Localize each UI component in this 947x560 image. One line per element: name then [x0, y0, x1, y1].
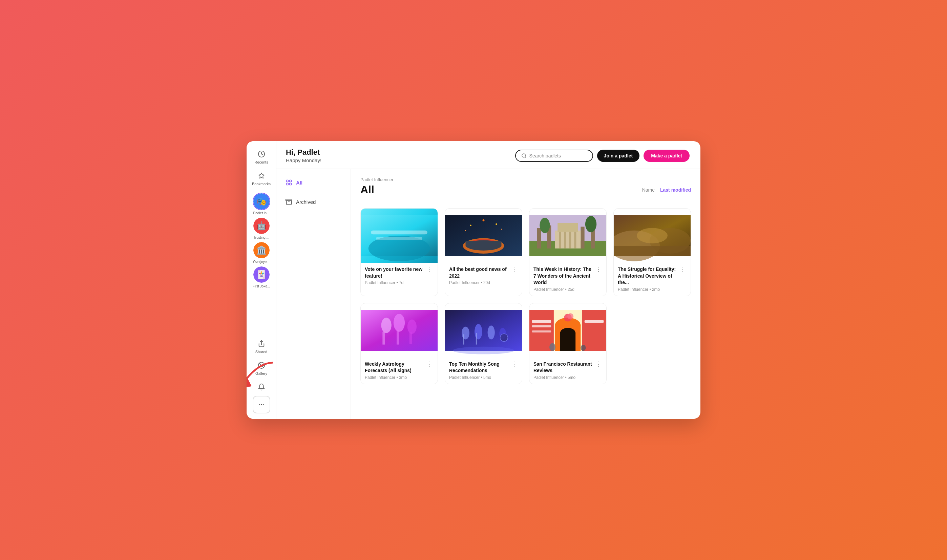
card-thumbnail-3: [530, 209, 606, 263]
card-thumbnail-5: [361, 303, 437, 357]
sidebar-item-notifications[interactable]: [249, 380, 274, 394]
svg-rect-57: [410, 332, 412, 344]
greeting-sub: Happy Monday!: [286, 157, 322, 163]
more-dots-icon: [259, 402, 265, 408]
card-title-2: All the best good news of 2022: [449, 266, 510, 279]
card-menu-btn-6[interactable]: ⋮: [510, 360, 518, 368]
app-container: Recents Bookmarks 🎭 Padlet In...: [246, 141, 701, 419]
svg-rect-56: [397, 331, 399, 345]
more-button[interactable]: [253, 396, 270, 414]
padlet-card-4[interactable]: The Struggle for Equality: A Historical …: [613, 208, 691, 296]
header: Hi, Padlet Happy Monday! Join a padlet M…: [276, 141, 701, 169]
svg-point-8: [262, 404, 263, 405]
sidebar-item-recents[interactable]: Recents: [249, 146, 274, 167]
sidebar-item-shared[interactable]: Shared: [249, 336, 274, 357]
padlet-card-6[interactable]: Top Ten Monthly Song Recomendations ⋮ Pa…: [445, 303, 522, 384]
workspace-padlet-influencer[interactable]: 🎭 Padlet In...: [253, 193, 270, 215]
card-menu-btn-7[interactable]: ⋮: [595, 360, 602, 368]
svg-rect-20: [376, 237, 422, 240]
join-padlet-button[interactable]: Join a padlet: [597, 150, 640, 162]
svg-point-82: [581, 345, 586, 351]
padlet-card-1[interactable]: Vote on your favorite new feature! ⋮ Pad…: [360, 208, 438, 296]
card-thumbnail-7: [530, 303, 606, 357]
all-icon: [285, 179, 293, 186]
left-nav: All Archived: [276, 169, 351, 419]
padlet-card-3[interactable]: This Week in History: The 7 Wonders of t…: [529, 208, 607, 296]
card-menu-btn-3[interactable]: ⋮: [595, 265, 602, 273]
svg-rect-13: [286, 183, 289, 185]
svg-rect-14: [289, 183, 292, 185]
card-title-6: Top Ten Monthly Song Recomendations: [449, 361, 510, 374]
card-body-7: San Francisco Restaurant Reviews ⋮ Padle…: [530, 357, 606, 384]
svg-point-49: [637, 228, 668, 243]
search-input[interactable]: [530, 153, 587, 158]
nav-archived-label: Archived: [296, 199, 316, 205]
svg-rect-58: [445, 310, 522, 351]
svg-marker-1: [259, 173, 264, 178]
padlet-card-5[interactable]: Weekly Astrology Forecasts (All signs) ⋮…: [360, 303, 438, 384]
svg-point-28: [501, 229, 502, 230]
svg-rect-43: [574, 232, 576, 249]
svg-line-4: [259, 363, 263, 368]
svg-point-27: [465, 230, 466, 231]
card-menu-btn-1[interactable]: ⋮: [426, 265, 434, 273]
card-menu-btn-5[interactable]: ⋮: [426, 360, 434, 368]
sidebar-shared-label: Shared: [256, 350, 267, 354]
svg-rect-38: [555, 231, 581, 249]
avatar-padlet-influencer: 🎭: [253, 193, 270, 210]
card-meta-3: Padlet Influencer • 25d: [533, 287, 602, 292]
sidebar-item-bookmarks[interactable]: Bookmarks: [249, 168, 274, 189]
nav-item-all[interactable]: All: [280, 176, 346, 189]
sidebar-item-gallery[interactable]: Gallery: [249, 358, 274, 378]
svg-point-54: [408, 319, 417, 334]
svg-point-44: [539, 218, 550, 233]
svg-point-80: [567, 313, 573, 319]
card-menu-btn-2[interactable]: ⋮: [510, 265, 518, 273]
page-title: All: [360, 183, 374, 196]
card-meta-2: Padlet Influencer • 20d: [449, 280, 518, 285]
avatar-first-joke: 🃏: [253, 266, 270, 283]
svg-rect-41: [564, 232, 566, 249]
workspace-padlet-influencer-label: Padlet In...: [253, 211, 269, 215]
make-padlet-button[interactable]: Make a padlet: [644, 150, 690, 162]
padlet-card-2[interactable]: All the best good news of 2022 ⋮ Padlet …: [445, 208, 522, 296]
card-thumbnail-2: [445, 209, 522, 263]
avatar-trusting: 🤖: [253, 217, 270, 235]
card-title-5: Weekly Astrology Forecasts (All signs): [365, 361, 426, 374]
bookmarks-icon: [257, 171, 266, 180]
card-title-3: This Week in History: The 7 Wonders of t…: [533, 266, 595, 286]
workspace-overjoyed[interactable]: 🏛️ Overjoye...: [253, 242, 270, 264]
svg-point-53: [394, 314, 405, 332]
svg-point-66: [453, 346, 514, 354]
svg-point-24: [470, 225, 471, 226]
card-menu-btn-4[interactable]: ⋮: [679, 265, 687, 273]
card-meta-1: Padlet Influencer • 7d: [365, 280, 434, 285]
svg-point-26: [496, 223, 497, 225]
sort-name[interactable]: Name: [642, 187, 655, 193]
svg-rect-50: [614, 246, 691, 256]
sort-last-modified[interactable]: Last modified: [660, 187, 691, 193]
svg-rect-40: [559, 232, 561, 249]
header-actions: Join a padlet Make a padlet: [515, 150, 690, 162]
sidebar: Recents Bookmarks 🎭 Padlet In...: [246, 141, 276, 419]
content-area: All Archived Padlet In: [276, 169, 701, 419]
padlets-grid: Vote on your favorite new feature! ⋮ Pad…: [360, 208, 691, 384]
header-greeting: Hi, Padlet Happy Monday!: [286, 148, 322, 163]
workspace-first-joke-label: First Joke...: [253, 285, 270, 288]
svg-rect-12: [289, 180, 292, 182]
card-meta-4: Padlet Influencer • 2mo: [618, 287, 687, 292]
nav-divider: [285, 192, 342, 192]
svg-rect-42: [569, 232, 571, 249]
svg-point-7: [261, 404, 262, 405]
greeting-title: Hi, Padlet: [286, 148, 322, 157]
nav-item-archived[interactable]: Archived: [280, 195, 346, 209]
card-body-5: Weekly Astrology Forecasts (All signs) ⋮…: [361, 357, 437, 384]
padlets-area: Padlet Influencer All Name Last modified: [351, 169, 701, 419]
workspace-trusting[interactable]: 🤖 Trusting ...: [253, 217, 270, 239]
main-panel: Hi, Padlet Happy Monday! Join a padlet M…: [276, 141, 701, 419]
search-box[interactable]: [515, 150, 593, 162]
padlet-card-7[interactable]: San Francisco Restaurant Reviews ⋮ Padle…: [529, 303, 607, 384]
workspace-first-joke[interactable]: 🃏 First Joke...: [253, 266, 270, 288]
card-body-4: The Struggle for Equality: A Historical …: [614, 263, 691, 296]
gallery-icon: [257, 361, 266, 370]
